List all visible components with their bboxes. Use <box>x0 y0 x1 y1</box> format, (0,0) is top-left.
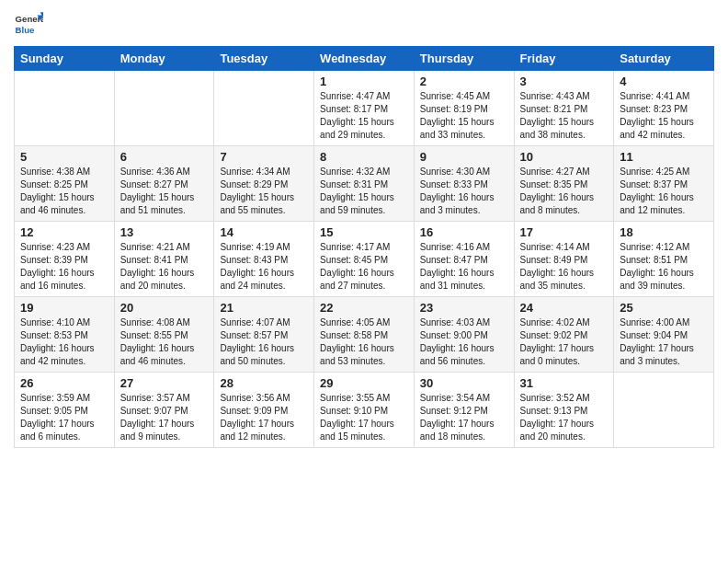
calendar-week-2: 5Sunrise: 4:38 AM Sunset: 8:25 PM Daylig… <box>15 146 714 222</box>
day-info: Sunrise: 4:16 AM Sunset: 8:47 PM Dayligh… <box>420 241 508 293</box>
day-info: Sunrise: 4:03 AM Sunset: 9:00 PM Dayligh… <box>420 316 508 368</box>
calendar-cell: 3Sunrise: 4:43 AM Sunset: 8:21 PM Daylig… <box>514 71 614 146</box>
day-info: Sunrise: 3:54 AM Sunset: 9:12 PM Dayligh… <box>420 392 508 443</box>
day-info: Sunrise: 4:41 AM Sunset: 8:23 PM Dayligh… <box>620 90 708 142</box>
day-number: 22 <box>320 301 408 315</box>
day-number: 1 <box>320 75 408 88</box>
calendar-cell: 21Sunrise: 4:07 AM Sunset: 8:57 PM Dayli… <box>214 297 314 373</box>
day-number: 3 <box>520 75 609 88</box>
calendar-week-3: 12Sunrise: 4:23 AM Sunset: 8:39 PM Dayli… <box>15 222 714 297</box>
day-info: Sunrise: 4:45 AM Sunset: 8:19 PM Dayligh… <box>420 90 508 142</box>
day-number: 4 <box>620 75 708 88</box>
calendar-cell: 14Sunrise: 4:19 AM Sunset: 8:43 PM Dayli… <box>214 222 314 297</box>
calendar-cell: 4Sunrise: 4:41 AM Sunset: 8:23 PM Daylig… <box>614 71 714 146</box>
calendar-cell: 9Sunrise: 4:30 AM Sunset: 8:33 PM Daylig… <box>414 146 514 222</box>
day-number: 7 <box>220 150 308 164</box>
day-info: Sunrise: 4:34 AM Sunset: 8:29 PM Dayligh… <box>220 166 308 217</box>
col-header-thursday: Thursday <box>414 47 514 71</box>
day-number: 6 <box>120 150 209 164</box>
day-info: Sunrise: 3:57 AM Sunset: 9:07 PM Dayligh… <box>120 392 209 443</box>
day-number: 28 <box>220 376 308 390</box>
calendar-cell: 24Sunrise: 4:02 AM Sunset: 9:02 PM Dayli… <box>514 297 614 373</box>
calendar-week-1: 1Sunrise: 4:47 AM Sunset: 8:17 PM Daylig… <box>15 71 714 146</box>
calendar-cell <box>15 71 115 146</box>
day-number: 29 <box>320 376 408 390</box>
col-header-tuesday: Tuesday <box>214 47 314 71</box>
day-info: Sunrise: 4:30 AM Sunset: 8:33 PM Dayligh… <box>420 166 508 217</box>
day-number: 31 <box>520 376 609 390</box>
day-info: Sunrise: 4:23 AM Sunset: 8:39 PM Dayligh… <box>20 241 108 293</box>
calendar-cell: 27Sunrise: 3:57 AM Sunset: 9:07 PM Dayli… <box>114 373 214 448</box>
calendar-cell <box>114 71 214 146</box>
day-number: 27 <box>120 376 209 390</box>
calendar-cell: 2Sunrise: 4:45 AM Sunset: 8:19 PM Daylig… <box>414 71 514 146</box>
calendar-cell: 8Sunrise: 4:32 AM Sunset: 8:31 PM Daylig… <box>314 146 415 222</box>
day-info: Sunrise: 4:02 AM Sunset: 9:02 PM Dayligh… <box>520 316 609 368</box>
calendar-cell: 23Sunrise: 4:03 AM Sunset: 9:00 PM Dayli… <box>414 297 514 373</box>
calendar-cell: 28Sunrise: 3:56 AM Sunset: 9:09 PM Dayli… <box>214 373 314 448</box>
day-number: 12 <box>20 225 108 239</box>
day-info: Sunrise: 4:27 AM Sunset: 8:35 PM Dayligh… <box>520 166 609 217</box>
day-number: 20 <box>120 301 209 315</box>
calendar-cell: 13Sunrise: 4:21 AM Sunset: 8:41 PM Dayli… <box>114 222 214 297</box>
day-number: 10 <box>520 150 609 164</box>
day-info: Sunrise: 3:55 AM Sunset: 9:10 PM Dayligh… <box>320 392 408 443</box>
calendar-cell: 19Sunrise: 4:10 AM Sunset: 8:53 PM Dayli… <box>15 297 115 373</box>
day-number: 19 <box>20 301 108 315</box>
calendar-cell: 5Sunrise: 4:38 AM Sunset: 8:25 PM Daylig… <box>15 146 115 222</box>
calendar-cell: 7Sunrise: 4:34 AM Sunset: 8:29 PM Daylig… <box>214 146 314 222</box>
day-number: 24 <box>520 301 609 315</box>
calendar-week-5: 26Sunrise: 3:59 AM Sunset: 9:05 PM Dayli… <box>15 373 714 448</box>
calendar-cell: 18Sunrise: 4:12 AM Sunset: 8:51 PM Dayli… <box>614 222 714 297</box>
day-info: Sunrise: 4:14 AM Sunset: 8:49 PM Dayligh… <box>520 241 609 293</box>
day-number: 26 <box>20 376 108 390</box>
day-number: 23 <box>420 301 508 315</box>
day-number: 2 <box>420 75 508 88</box>
day-info: Sunrise: 4:12 AM Sunset: 8:51 PM Dayligh… <box>620 241 708 293</box>
day-number: 25 <box>620 301 708 315</box>
col-header-sunday: Sunday <box>15 47 115 71</box>
day-info: Sunrise: 4:32 AM Sunset: 8:31 PM Dayligh… <box>320 166 408 217</box>
day-info: Sunrise: 4:36 AM Sunset: 8:27 PM Dayligh… <box>120 166 209 217</box>
day-info: Sunrise: 3:52 AM Sunset: 9:13 PM Dayligh… <box>520 392 609 443</box>
col-header-saturday: Saturday <box>614 47 714 71</box>
page: General Blue SundayMondayTuesdayWednesda… <box>0 0 728 563</box>
day-info: Sunrise: 4:10 AM Sunset: 8:53 PM Dayligh… <box>20 316 108 368</box>
calendar-cell: 15Sunrise: 4:17 AM Sunset: 8:45 PM Dayli… <box>314 222 415 297</box>
day-number: 9 <box>420 150 508 164</box>
calendar-cell: 16Sunrise: 4:16 AM Sunset: 8:47 PM Dayli… <box>414 222 514 297</box>
day-number: 11 <box>620 150 708 164</box>
day-number: 18 <box>620 225 708 239</box>
calendar-cell: 22Sunrise: 4:05 AM Sunset: 8:58 PM Dayli… <box>314 297 415 373</box>
logo-icon: General Blue <box>14 9 43 39</box>
header: General Blue <box>14 9 714 39</box>
calendar-cell: 31Sunrise: 3:52 AM Sunset: 9:13 PM Dayli… <box>514 373 614 448</box>
svg-text:Blue: Blue <box>16 25 35 35</box>
day-info: Sunrise: 4:17 AM Sunset: 8:45 PM Dayligh… <box>320 241 408 293</box>
logo: General Blue <box>14 9 47 39</box>
calendar-cell: 11Sunrise: 4:25 AM Sunset: 8:37 PM Dayli… <box>614 146 714 222</box>
day-number: 17 <box>520 225 609 239</box>
calendar-cell: 26Sunrise: 3:59 AM Sunset: 9:05 PM Dayli… <box>15 373 115 448</box>
day-info: Sunrise: 4:21 AM Sunset: 8:41 PM Dayligh… <box>120 241 209 293</box>
calendar-cell: 30Sunrise: 3:54 AM Sunset: 9:12 PM Dayli… <box>414 373 514 448</box>
day-info: Sunrise: 3:56 AM Sunset: 9:09 PM Dayligh… <box>220 392 308 443</box>
day-info: Sunrise: 4:43 AM Sunset: 8:21 PM Dayligh… <box>520 90 609 142</box>
calendar-week-4: 19Sunrise: 4:10 AM Sunset: 8:53 PM Dayli… <box>15 297 714 373</box>
day-info: Sunrise: 4:07 AM Sunset: 8:57 PM Dayligh… <box>220 316 308 368</box>
calendar-cell <box>614 373 714 448</box>
calendar-cell: 1Sunrise: 4:47 AM Sunset: 8:17 PM Daylig… <box>314 71 415 146</box>
calendar-cell: 12Sunrise: 4:23 AM Sunset: 8:39 PM Dayli… <box>15 222 115 297</box>
day-number: 21 <box>220 301 308 315</box>
day-number: 13 <box>120 225 209 239</box>
col-header-monday: Monday <box>114 47 214 71</box>
col-header-wednesday: Wednesday <box>314 47 415 71</box>
col-header-friday: Friday <box>514 47 614 71</box>
day-number: 16 <box>420 225 508 239</box>
calendar-cell: 17Sunrise: 4:14 AM Sunset: 8:49 PM Dayli… <box>514 222 614 297</box>
day-number: 8 <box>320 150 408 164</box>
day-number: 5 <box>20 150 108 164</box>
day-info: Sunrise: 4:25 AM Sunset: 8:37 PM Dayligh… <box>620 166 708 217</box>
day-number: 30 <box>420 376 508 390</box>
day-number: 14 <box>220 225 308 239</box>
